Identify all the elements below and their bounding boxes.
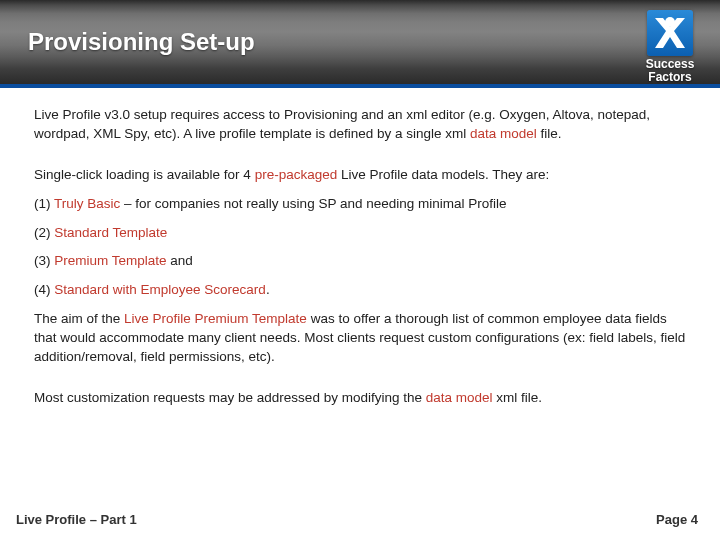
text: The aim of the [34, 311, 124, 326]
highlight-premium-template: Premium Template [54, 253, 166, 268]
footer-left: Live Profile – Part 1 [16, 512, 137, 527]
svg-point-0 [665, 17, 675, 27]
footer-right: Page 4 [656, 512, 698, 527]
list-item-1: (1) Truly Basic – for companies not real… [34, 195, 686, 214]
highlight-data-model-2: data model [426, 390, 493, 405]
brand-text-line2: Factors [634, 71, 706, 84]
intro-paragraph: Live Profile v3.0 setup requires access … [34, 106, 686, 144]
slide-body: Live Profile v3.0 setup requires access … [0, 88, 720, 508]
list-item-2: (2) Standard Template [34, 224, 686, 243]
highlight-employee-scorecard: Standard with Employee Scorecard [54, 282, 266, 297]
highlight-premium-template-long: Live Profile Premium Template [124, 311, 307, 326]
person-x-icon [651, 14, 689, 52]
brand-logo: Success Factors [634, 10, 706, 84]
text: Live Profile data models. They are: [337, 167, 549, 182]
text: Most customization requests may be addre… [34, 390, 426, 405]
slide-footer: Live Profile – Part 1 Page 4 [0, 508, 720, 540]
logo-mark [647, 10, 693, 56]
slide-title: Provisioning Set-up [0, 0, 720, 56]
text: – for companies not really using SP and … [120, 196, 506, 211]
text: and [167, 253, 193, 268]
highlight-data-model: data model [470, 126, 537, 141]
prepackaged-intro: Single-click loading is available for 4 … [34, 166, 686, 185]
text: xml file. [493, 390, 543, 405]
text: . [266, 282, 270, 297]
text: Single-click loading is available for 4 [34, 167, 255, 182]
slide: Provisioning Set-up Success Factors Live… [0, 0, 720, 540]
text: (1) [34, 196, 54, 211]
highlight-standard-template: Standard Template [54, 225, 167, 240]
text: (4) [34, 282, 54, 297]
aim-paragraph: The aim of the Live Profile Premium Temp… [34, 310, 686, 367]
list-item-4: (4) Standard with Employee Scorecard. [34, 281, 686, 300]
list-item-3: (3) Premium Template and [34, 252, 686, 271]
slide-header: Provisioning Set-up Success Factors [0, 0, 720, 88]
text: (3) [34, 253, 54, 268]
highlight-prepackaged: pre-packaged [255, 167, 338, 182]
text: file. [537, 126, 562, 141]
text: (2) [34, 225, 54, 240]
customization-paragraph: Most customization requests may be addre… [34, 389, 686, 408]
highlight-truly-basic: Truly Basic [54, 196, 120, 211]
